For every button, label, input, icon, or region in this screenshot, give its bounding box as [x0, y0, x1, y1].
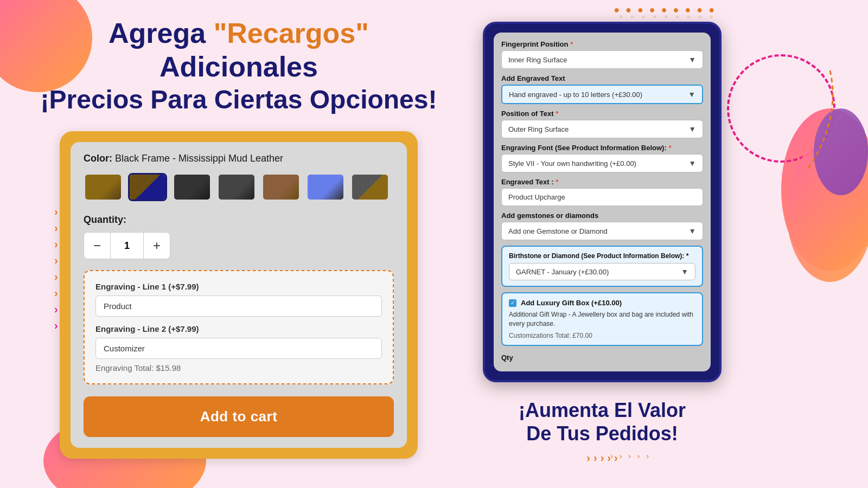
headline-agrega: Agrega — [108, 17, 214, 49]
position-text-required: * — [556, 110, 558, 118]
engraved-text-label: Add Engraved Text — [501, 74, 703, 82]
engraved-text-field-group: Engraved Text : * Product Upcharge — [501, 178, 703, 206]
swatch-5[interactable] — [261, 173, 301, 201]
bottom-chevron-2: › — [593, 452, 597, 464]
swatch-3[interactable] — [173, 173, 212, 201]
swatch-img-1 — [85, 175, 121, 200]
bottom-line1: ¡Aumenta El Valor — [519, 399, 686, 422]
left-section: Agrega "Recargos" Adicionales ¡Precios P… — [33, 16, 445, 459]
fingerprint-group: Fingerprint Position * Inner Ring Surfac… — [501, 40, 703, 69]
gemstone-chevron-icon: ▼ — [688, 227, 696, 235]
engraved-text-select[interactable]: Hand engraved - up to 10 letters (+£30.0… — [501, 85, 703, 104]
birthstone-required: * — [686, 252, 689, 260]
gift-checkbox[interactable]: ✓ — [509, 299, 516, 307]
bottom-chevron-5: › — [614, 452, 618, 464]
engraving-line1-input[interactable] — [95, 296, 382, 317]
birthstone-label: Birthstone or Diamond (See Product Infor… — [509, 252, 695, 260]
product-card: Color: Black Frame - Mississippi Mud Lea… — [60, 131, 418, 459]
position-text-label-text: Position of Text — [501, 110, 554, 118]
engraving-font-chevron-icon: ▼ — [688, 159, 696, 168]
headline-adicionales: Adicionales — [159, 51, 318, 82]
engraving-font-required: * — [668, 144, 671, 152]
engraving-font-group: Engraving Font (See Product Information … — [501, 144, 703, 172]
position-text-select[interactable]: Outer Ring Surface ▼ — [501, 120, 703, 138]
fingerprint-value: Inner Ring Surface — [508, 56, 567, 64]
gemstone-value: Add one Gemstone or Diamond — [508, 227, 608, 235]
swatch-img-7 — [352, 175, 388, 200]
chevron-right-5: › — [54, 271, 58, 282]
gift-box-title: Add Luxury Gift Box (+£10.00) — [521, 299, 622, 307]
chevron-pink-2: › — [54, 320, 58, 331]
qty-label-right: Qty — [501, 351, 703, 364]
engraving-font-select[interactable]: Style VII - Your own handwriting (+£0.00… — [501, 154, 703, 172]
quantity-label: Quantity: — [84, 214, 394, 226]
bottom-chevron-3: › — [601, 452, 604, 464]
engraved-text-chevron-icon: ▼ — [688, 90, 695, 99]
fingerprint-chevron-icon: ▼ — [688, 55, 696, 64]
gemstone-select[interactable]: Add one Gemstone or Diamond ▼ — [501, 222, 703, 240]
headline: Agrega "Recargos" Adicionales ¡Precios P… — [33, 16, 445, 115]
bottom-chevron-4: › — [607, 452, 611, 464]
phone-inner: Fingerprint Position * Inner Ring Surfac… — [494, 33, 711, 371]
swatch-img-6 — [308, 175, 343, 200]
quantity-section: Quantity: − 1 + — [84, 214, 394, 259]
bottom-text: ¡Aumenta El Valor De Tus Pedidos! — [519, 399, 686, 445]
qty-plus-btn[interactable]: + — [144, 233, 170, 259]
swatch-2-selected[interactable] — [128, 173, 167, 201]
gift-box-desc: Additional Gift Wrap - A Jewellery box a… — [509, 310, 695, 329]
birthstone-select[interactable]: GARNET - January (+£30.00) ▼ — [509, 263, 695, 280]
qty-value: 1 — [110, 233, 144, 259]
fingerprint-required: * — [570, 40, 573, 48]
color-label-value: Black Frame - Mississippi Mud Leather — [115, 153, 283, 164]
position-text-value: Outer Ring Surface — [508, 125, 569, 133]
bottom-line2: De Tus Pedidos! — [519, 422, 686, 445]
quantity-control: − 1 + — [84, 232, 170, 259]
engraved-text-field-input[interactable]: Product Upcharge — [501, 188, 703, 206]
customizations-total: Customizations Total: £70.00 — [509, 332, 695, 339]
color-swatches — [84, 173, 394, 201]
right-section: Fingerprint Position * Inner Ring Surfac… — [477, 22, 727, 464]
engraved-text-value: Hand engraved - up to 10 letters (+£30.0… — [509, 91, 642, 99]
gift-box-header: ✓ Add Luxury Gift Box (+£10.00) — [509, 299, 695, 307]
engraved-text-group: Add Engraved Text Hand engraved - up to … — [501, 74, 703, 104]
engraved-text-field-label-text: Engraved Text : — [501, 178, 554, 186]
engraving-line2-label: Engraving - Line 2 (+$7.99) — [95, 324, 382, 333]
qty-minus-btn[interactable]: − — [84, 233, 110, 259]
position-text-chevron-icon: ▼ — [688, 125, 696, 133]
swatch-img-4 — [219, 175, 254, 200]
fingerprint-label: Fingerprint Position * — [501, 40, 703, 48]
swatch-1[interactable] — [84, 173, 123, 201]
gemstones-group: Add gemstones or diamonds Add one Gemsto… — [501, 211, 703, 240]
engraving-box: Engraving - Line 1 (+$7.99) Engraving - … — [84, 270, 394, 384]
add-to-cart-button[interactable]: Add to cart — [84, 396, 394, 437]
chevron-right-2: › — [54, 222, 58, 233]
headline-recargos: "Recargos" — [214, 17, 369, 49]
engraving-total: Engraving Total: $15.98 — [95, 363, 382, 373]
chevrons-left: › › › › › › › › — [54, 206, 58, 331]
gemstones-label: Add gemstones or diamonds — [501, 211, 703, 220]
phone-mockup: Fingerprint Position * Inner Ring Surfac… — [483, 22, 722, 382]
gift-box-section: ✓ Add Luxury Gift Box (+£10.00) Addition… — [501, 292, 703, 346]
chevron-pink-1: › — [54, 304, 58, 314]
fingerprint-label-text: Fingerprint Position — [501, 40, 569, 48]
chevron-right-4: › — [54, 255, 58, 266]
position-text-group: Position of Text * Outer Ring Surface ▼ — [501, 110, 703, 138]
swatch-7[interactable] — [350, 173, 390, 201]
color-label: Color: Black Frame - Mississippi Mud Lea… — [84, 153, 394, 164]
fingerprint-select[interactable]: Inner Ring Surface ▼ — [501, 50, 703, 69]
bottom-chevrons: › › › › › — [586, 452, 617, 464]
bottom-chevron-1: › — [586, 452, 590, 464]
chevron-right-3: › — [54, 239, 58, 249]
engraving-font-label: Engraving Font (See Product Information … — [501, 144, 703, 152]
engraving-line2-input[interactable] — [95, 338, 382, 359]
swatch-img-2 — [130, 175, 165, 200]
product-card-inner: Color: Black Frame - Mississippi Mud Lea… — [71, 142, 407, 448]
chevron-right-6: › — [54, 287, 58, 298]
color-label-key: Color: — [84, 153, 115, 164]
swatch-6[interactable] — [306, 173, 345, 201]
swatch-4[interactable] — [217, 173, 256, 201]
headline-sub: ¡Precios Para Ciertas Opciones! — [33, 84, 445, 115]
birthstone-label-text: Birthstone or Diamond (See Product Infor… — [509, 252, 684, 260]
engraved-text-field-required: * — [556, 178, 558, 186]
birthstone-chevron-icon: ▼ — [681, 267, 688, 276]
